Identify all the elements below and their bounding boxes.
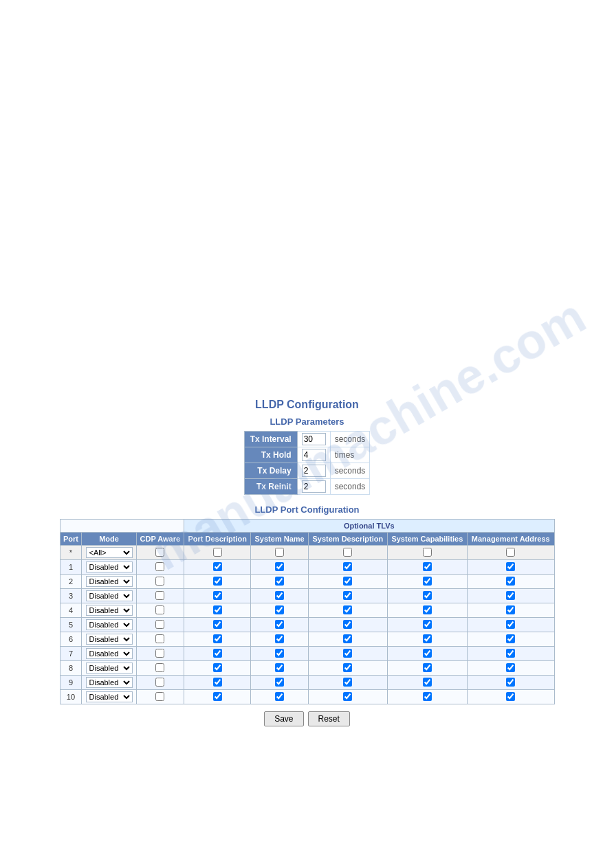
port-system_name-checkbox[interactable] xyxy=(275,620,284,629)
port-system_cap-cell[interactable] xyxy=(387,690,467,704)
port-system_name-checkbox[interactable] xyxy=(275,577,284,586)
port-port_desc-cell[interactable] xyxy=(184,603,251,618)
port-cdp_aware-cell[interactable] xyxy=(136,589,184,603)
port-cdp_aware-cell[interactable] xyxy=(136,676,184,690)
port-system_cap-cell[interactable] xyxy=(387,560,467,575)
port-system_name-checkbox[interactable] xyxy=(275,591,284,600)
port-port_desc-checkbox[interactable] xyxy=(213,591,222,600)
port-system_name-checkbox[interactable] xyxy=(275,692,284,701)
port-system_cap-checkbox[interactable] xyxy=(423,692,432,701)
port-system_cap-cell[interactable] xyxy=(387,661,467,676)
port-system_cap-checkbox[interactable] xyxy=(423,605,432,614)
port-mgmt_addr-cell[interactable] xyxy=(467,661,554,676)
port-system_cap-checkbox[interactable] xyxy=(423,577,432,586)
port-mode-cell[interactable]: DisabledEnabledTx OnlyRx Only xyxy=(82,575,136,589)
all-cdp_aware-cell[interactable] xyxy=(136,546,184,560)
port-port_desc-cell[interactable] xyxy=(184,560,251,575)
all-system_name-cell[interactable] xyxy=(251,546,309,560)
port-mode-select[interactable]: DisabledEnabledTx OnlyRx Only xyxy=(86,677,133,688)
port-mode-select[interactable]: DisabledEnabledTx OnlyRx Only xyxy=(86,605,133,616)
port-cdp_aware-checkbox[interactable] xyxy=(155,620,164,629)
all-system_desc-cell[interactable] xyxy=(308,546,387,560)
port-system_cap-checkbox[interactable] xyxy=(423,562,432,571)
all-system_desc-checkbox[interactable] xyxy=(343,548,352,557)
port-port_desc-checkbox[interactable] xyxy=(213,649,222,658)
all-port_desc-cell[interactable] xyxy=(184,546,251,560)
port-cdp_aware-checkbox[interactable] xyxy=(155,692,164,701)
port-system_name-cell[interactable] xyxy=(251,589,309,603)
param-input[interactable] xyxy=(302,480,326,493)
port-system_desc-checkbox[interactable] xyxy=(343,605,352,614)
port-mode-select[interactable]: DisabledEnabledTx OnlyRx Only xyxy=(86,634,133,645)
port-system_name-cell[interactable] xyxy=(251,603,309,618)
port-cdp_aware-checkbox[interactable] xyxy=(155,562,164,571)
port-system_cap-checkbox[interactable] xyxy=(423,649,432,658)
port-system_desc-cell[interactable] xyxy=(308,690,387,704)
port-mode-select[interactable]: DisabledEnabledTx OnlyRx Only xyxy=(86,590,133,601)
all-system_cap-checkbox[interactable] xyxy=(423,548,432,557)
port-system_name-cell[interactable] xyxy=(251,690,309,704)
port-port_desc-checkbox[interactable] xyxy=(213,562,222,571)
port-system_desc-checkbox[interactable] xyxy=(343,663,352,672)
reset-button[interactable]: Reset xyxy=(308,711,350,726)
port-mgmt_addr-cell[interactable] xyxy=(467,575,554,589)
port-system_cap-checkbox[interactable] xyxy=(423,620,432,629)
port-cdp_aware-checkbox[interactable] xyxy=(155,605,164,614)
all-mode-select[interactable]: <All>DisabledEnabledTx OnlyRx Only xyxy=(86,547,133,558)
port-mode-select[interactable]: DisabledEnabledTx OnlyRx Only xyxy=(86,663,133,674)
port-mgmt_addr-cell[interactable] xyxy=(467,589,554,603)
port-mode-cell[interactable]: DisabledEnabledTx OnlyRx Only xyxy=(82,589,136,603)
port-system_name-cell[interactable] xyxy=(251,560,309,575)
all-system_name-checkbox[interactable] xyxy=(275,548,284,557)
port-mgmt_addr-cell[interactable] xyxy=(467,676,554,690)
param-value-cell[interactable] xyxy=(297,479,330,495)
port-cdp_aware-cell[interactable] xyxy=(136,632,184,647)
param-value-cell[interactable] xyxy=(297,463,330,479)
port-system_cap-checkbox[interactable] xyxy=(423,634,432,643)
param-input[interactable] xyxy=(302,433,326,445)
port-port_desc-checkbox[interactable] xyxy=(213,634,222,643)
port-system_cap-cell[interactable] xyxy=(387,589,467,603)
port-system_cap-checkbox[interactable] xyxy=(423,678,432,687)
port-system_cap-checkbox[interactable] xyxy=(423,591,432,600)
port-port_desc-checkbox[interactable] xyxy=(213,692,222,701)
port-mgmt_addr-checkbox[interactable] xyxy=(506,605,515,614)
port-port_desc-cell[interactable] xyxy=(184,575,251,589)
port-mgmt_addr-checkbox[interactable] xyxy=(506,577,515,586)
port-cdp_aware-cell[interactable] xyxy=(136,661,184,676)
all-port_desc-checkbox[interactable] xyxy=(213,548,222,557)
port-system_desc-cell[interactable] xyxy=(308,575,387,589)
save-button[interactable]: Save xyxy=(264,711,303,726)
param-input[interactable] xyxy=(302,465,326,477)
port-mgmt_addr-checkbox[interactable] xyxy=(506,591,515,600)
port-system_desc-cell[interactable] xyxy=(308,589,387,603)
port-mode-cell[interactable]: DisabledEnabledTx OnlyRx Only xyxy=(82,632,136,647)
port-mode-cell[interactable]: DisabledEnabledTx OnlyRx Only xyxy=(82,690,136,704)
all-system_cap-cell[interactable] xyxy=(387,546,467,560)
port-mode-cell[interactable]: DisabledEnabledTx OnlyRx Only xyxy=(82,676,136,690)
port-mgmt_addr-checkbox[interactable] xyxy=(506,663,515,672)
port-mgmt_addr-cell[interactable] xyxy=(467,632,554,647)
port-system_desc-checkbox[interactable] xyxy=(343,692,352,701)
port-system_desc-cell[interactable] xyxy=(308,647,387,661)
port-mode-cell[interactable]: DisabledEnabledTx OnlyRx Only xyxy=(82,560,136,575)
param-value-cell[interactable] xyxy=(297,447,330,463)
port-port_desc-cell[interactable] xyxy=(184,618,251,632)
port-port_desc-checkbox[interactable] xyxy=(213,620,222,629)
all-mode-cell[interactable]: <All>DisabledEnabledTx OnlyRx Only xyxy=(82,546,136,560)
port-system_name-checkbox[interactable] xyxy=(275,605,284,614)
port-port_desc-cell[interactable] xyxy=(184,632,251,647)
port-port_desc-checkbox[interactable] xyxy=(213,577,222,586)
port-mode-select[interactable]: DisabledEnabledTx OnlyRx Only xyxy=(86,619,133,630)
port-system_name-checkbox[interactable] xyxy=(275,649,284,658)
port-cdp_aware-cell[interactable] xyxy=(136,647,184,661)
port-system_desc-cell[interactable] xyxy=(308,603,387,618)
port-mode-select[interactable]: DisabledEnabledTx OnlyRx Only xyxy=(86,576,133,587)
port-system_name-checkbox[interactable] xyxy=(275,562,284,571)
port-system_cap-cell[interactable] xyxy=(387,647,467,661)
port-port_desc-checkbox[interactable] xyxy=(213,605,222,614)
port-system_desc-checkbox[interactable] xyxy=(343,634,352,643)
port-system_name-checkbox[interactable] xyxy=(275,634,284,643)
port-port_desc-cell[interactable] xyxy=(184,647,251,661)
port-system_name-checkbox[interactable] xyxy=(275,678,284,687)
